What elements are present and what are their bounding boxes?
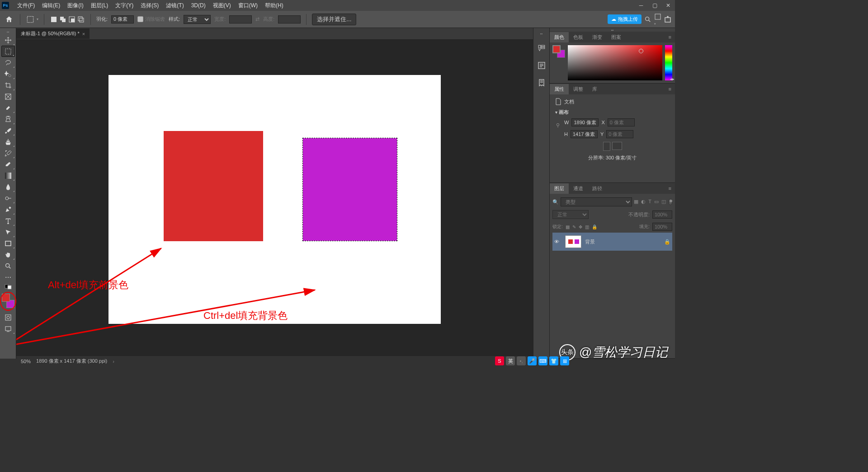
screenmode-tool[interactable] [1,323,15,334]
close-tab-icon[interactable]: × [82,31,85,37]
share-icon[interactable] [664,16,671,23]
filter-type-icon[interactable]: T [648,199,651,205]
search-icon[interactable] [644,16,651,23]
selection-new-icon[interactable] [50,15,58,23]
history-brush-tool[interactable] [1,147,15,159]
portrait-button[interactable] [603,142,610,151]
frame-tool[interactable] [1,91,15,102]
lock-all-icon[interactable]: 🔒 [592,224,597,229]
brush-tool[interactable] [1,125,15,136]
doc-dimensions[interactable]: 1890 像素 x 1417 像素 (300 ppi) [36,358,107,365]
width-input[interactable] [571,118,599,126]
layer-row-background[interactable]: 👁 背景 🔒 [552,233,672,251]
default-colors-icon[interactable] [1,283,15,291]
menu-edit[interactable]: 编辑(E) [38,2,64,9]
ime-keyboard-icon[interactable]: ⌨ [538,356,547,365]
lock-paint-icon[interactable]: ✎ [572,224,576,229]
zoom-level[interactable]: 50% [21,359,31,364]
style-select[interactable]: 正常 [184,15,211,24]
home-icon[interactable] [4,14,14,25]
tab-properties[interactable]: 属性 [550,84,569,94]
cloud-upload-button[interactable]: ☁ 拖拽上传 [608,14,642,24]
notes-panel-icon[interactable] [537,78,547,88]
toolbar-drag-handle[interactable]: •• [0,30,16,34]
status-chevron-icon[interactable]: › [113,359,114,364]
menu-view[interactable]: 视图(V) [209,2,235,9]
link-icon[interactable]: ⚲ [556,122,560,128]
panel-menu-icon[interactable]: ≡ [665,186,675,191]
foreground-color-swatch[interactable] [2,294,10,302]
panel-color-chips[interactable] [552,45,565,58]
path-select-tool[interactable] [1,226,15,238]
paragraph-panel-icon[interactable] [537,61,547,70]
canvas-viewport[interactable]: Alt+del填充前景色 Ctrl+del填充背景色 [16,40,533,359]
move-tool[interactable] [1,34,15,46]
filter-smart-icon[interactable]: ◫ [661,199,666,205]
hue-slider[interactable]: ◂▸ [665,45,672,80]
color-picker-field[interactable] [568,45,662,80]
select-and-mask-button[interactable]: 选择并遮住... [312,14,356,25]
tab-patterns[interactable]: 图案 [607,32,626,42]
filter-shape-icon[interactable]: ▭ [654,199,659,205]
layer-locked-icon[interactable]: 🔒 [664,239,670,245]
filter-pixel-icon[interactable]: ▦ [634,199,638,205]
panel-drag-handle[interactable]: •• [550,28,675,32]
crop-tool[interactable] [1,79,15,91]
history-panel-icon[interactable] [537,43,547,53]
menu-type[interactable]: 文字(Y) [112,2,137,9]
menu-image[interactable]: 图像(I) [64,2,87,9]
tab-adjustments[interactable]: 调整 [569,84,588,94]
close-button[interactable]: ✕ [661,0,675,11]
arrange-icon[interactable]: ▾ [654,13,661,26]
selection-add-icon[interactable] [59,15,67,23]
menu-filter[interactable]: 滤镜(T) [162,2,187,9]
lock-trans-icon[interactable]: ▦ [566,224,570,229]
healing-tool[interactable] [1,113,15,125]
menu-select[interactable]: 选择(S) [137,2,162,9]
rectangle-tool[interactable] [1,238,15,249]
filter-toggle-icon[interactable] [669,199,672,205]
hand-tool[interactable] [1,249,15,260]
tab-gradients[interactable]: 渐变 [588,32,607,42]
layer-name[interactable]: 背景 [585,238,595,245]
more-tools[interactable]: ⋯ [1,271,15,283]
gradient-tool[interactable] [1,170,15,181]
tab-color[interactable]: 颜色 [550,32,569,42]
selection-intersect-icon[interactable] [77,15,85,23]
tab-channels[interactable]: 通道 [569,183,588,194]
height-input[interactable] [571,130,598,138]
lock-nest-icon[interactable]: ▥ [585,224,589,229]
menu-file[interactable]: 文件(F) [14,2,38,9]
pen-tool[interactable] [1,204,15,215]
type-tool[interactable] [1,215,15,226]
lasso-tool[interactable] [1,57,15,68]
ime-punct-icon[interactable]: •, [517,356,526,365]
menu-window[interactable]: 窗口(W) [235,2,261,9]
panel-fg-chip[interactable] [552,45,561,53]
tab-swatches[interactable]: 色板 [569,32,588,42]
quick-select-tool[interactable] [1,68,15,79]
tab-libraries[interactable]: 库 [588,84,602,94]
tab-layers[interactable]: 图层 [550,183,569,194]
quickmask-tool[interactable] [1,312,15,323]
layer-filter-select[interactable]: 类型 [561,197,632,206]
blur-tool[interactable] [1,181,15,192]
panel-menu-icon[interactable]: ≡ [665,86,675,92]
clone-stamp-tool[interactable] [1,136,15,147]
eraser-tool[interactable] [1,159,15,170]
selection-subtract-icon[interactable] [68,15,76,23]
dodge-tool[interactable] [1,192,15,204]
layer-thumbnail[interactable] [565,235,581,248]
strip-drag-handle[interactable]: •• [533,32,549,36]
menu-layer[interactable]: 图层(L) [87,2,112,9]
menu-help[interactable]: 帮助(H) [261,2,287,9]
canvas[interactable] [108,75,441,324]
lock-pos-icon[interactable]: ✥ [579,224,582,229]
maximize-button[interactable]: ▢ [648,0,661,11]
sogou-ime-icon[interactable]: S [495,356,504,365]
landscape-button[interactable] [612,142,622,150]
visibility-icon[interactable]: 👁 [554,239,561,244]
feather-input[interactable] [111,15,134,23]
color-swatches[interactable] [2,294,14,308]
ime-lang-icon[interactable]: 英 [506,356,515,365]
